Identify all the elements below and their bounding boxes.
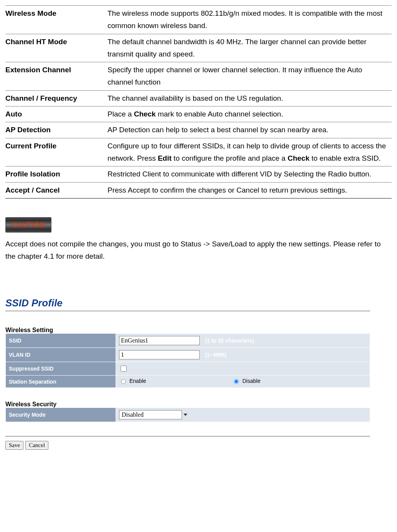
definition-description: AP Detection can help to select a best c… [108,122,392,138]
table-row: Extension ChannelSpecify the upper chann… [5,62,392,91]
table-row: Current ProfileConfigure up to four diff… [5,138,392,166]
suppressed-ssid-checkbox[interactable] [121,366,127,372]
definitions-table: Wireless ModeThe wireless mode supports … [5,5,392,199]
security-mode-select[interactable]: Disabled [119,410,189,419]
page-title: SSID Profile [5,297,370,309]
table-row: Channel HT ModeThe default channel bandw… [5,34,392,62]
ssid-profile-panel: SSID Profile Wireless Setting SSID (1 to… [5,297,370,450]
definition-description: Specify the upper channel or lower chann… [108,62,392,91]
title-divider [5,311,370,311]
definition-description: The default channel bandwidth is 40 MHz.… [108,34,392,62]
row-security-mode: Security Mode Disabled [6,408,370,422]
station-separation-enable-label: Enable [129,378,146,384]
cancel-button[interactable]: Cancel [25,441,48,450]
section-heading-wireless-security: Wireless Security [5,401,370,408]
definition-label: Profile Isolation [5,166,108,182]
section-heading-wireless-setting: Wireless Setting [5,327,370,334]
definition-label: Auto [5,106,108,122]
definition-description: Press Accept to confirm the changes or C… [108,182,392,198]
station-separation-disable-radio[interactable] [234,379,239,384]
save-button[interactable]: Save [5,441,23,450]
security-mode-value: Disabled [119,410,182,419]
wireless-setting-table: SSID (1 to 32 characters) VLAN ID (1~409… [5,333,370,388]
definition-label: AP Detection [5,122,108,138]
definition-label: Wireless Mode [5,6,108,34]
table-row: Channel / FrequencyThe channel availabil… [5,90,392,106]
definition-description: The wireless mode supports 802.11b/g/n m… [108,6,392,34]
label-station-separation: Station Separation [6,376,116,388]
caution-block: CAUTION Accept does not compile the chan… [5,217,392,263]
definition-label: Extension Channel [5,62,108,91]
table-row: AP DetectionAP Detection can help to sel… [5,122,392,138]
station-separation-enable-radio[interactable] [121,379,126,384]
vlan-id-input[interactable] [119,350,200,359]
label-vlan-id: VLAN ID [6,348,116,362]
table-row: Accept / CancelPress Accept to confirm t… [5,182,392,198]
caution-text: Accept does not compile the changes, you… [5,238,392,263]
hint-vlan: (1~4095) [205,352,227,358]
definition-label: Channel HT Mode [5,34,108,62]
label-ssid: SSID [6,334,116,348]
label-suppressed-ssid: Suppressed SSID [6,362,116,376]
hint-ssid: (1 to 32 characters) [205,337,254,344]
definition-description: The channel availability is based on the… [108,90,392,106]
table-row: Wireless ModeThe wireless mode supports … [5,6,392,34]
row-vlan-id: VLAN ID (1~4095) [6,348,370,362]
station-separation-disable-label: Disable [242,378,260,384]
label-security-mode: Security Mode [6,408,116,422]
definition-description: Configure up to four different SSIDs, it… [108,138,392,166]
definition-label: Accept / Cancel [5,182,108,198]
table-row: Profile IsolationRestricted Client to co… [5,166,392,182]
definition-description: Restricted Client to communicate with di… [108,166,392,182]
definition-label: Channel / Frequency [5,90,108,106]
row-station-separation: Station Separation Enable Disable [6,376,370,388]
table-row: AutoPlace a Check mark to enable Auto ch… [5,106,392,122]
chevron-down-icon [182,411,189,419]
definition-description: Place a Check mark to enable Auto channe… [108,106,392,122]
row-suppressed-ssid: Suppressed SSID [6,362,370,376]
caution-badge: CAUTION [5,217,51,233]
ssid-input[interactable] [119,336,200,345]
definition-label: Current Profile [5,138,108,166]
row-ssid: SSID (1 to 32 characters) [6,334,370,348]
wireless-security-table: Security Mode Disabled [5,407,370,422]
bottom-divider [5,436,370,437]
